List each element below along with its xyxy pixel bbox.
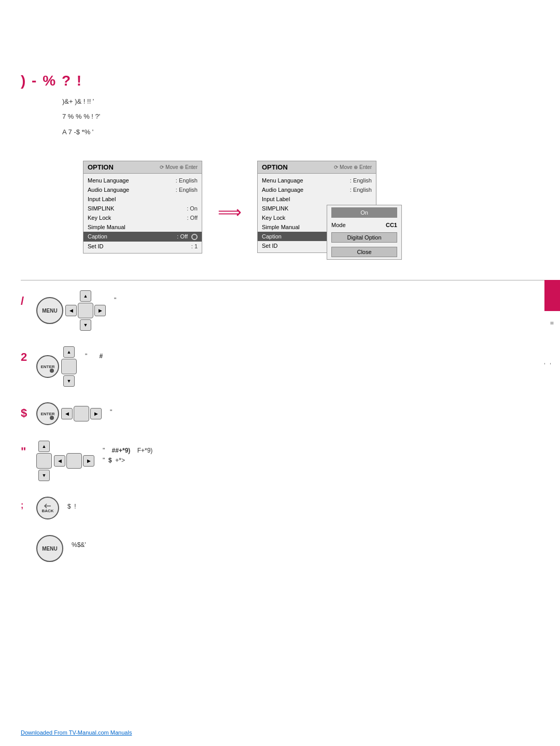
desc-line-3: A 7 -$ *% ' <box>62 126 529 138</box>
sub-popup-menu: On Mode CC1 Digital Option Close <box>327 205 402 260</box>
step-6-desc: %$&' <box>72 540 519 550</box>
step-3: $ ENTER ◀ ▶ " <box>21 402 519 425</box>
nav-cluster-4b: ◀ ▶ <box>54 453 94 469</box>
step-6-number <box>21 539 36 553</box>
back-button[interactable]: BACK <box>36 497 59 519</box>
right-sidebar-symbol: ≡ <box>549 321 555 325</box>
menu-row-caption-left: Caption : Off <box>83 232 202 242</box>
menu-row: Audio Language : English <box>258 185 376 194</box>
mode-label: Mode <box>331 222 346 228</box>
sub-popup-mode-row: Mode CC1 <box>327 220 401 230</box>
menu-button-6[interactable]: MENU <box>36 535 63 562</box>
nav-down-2[interactable]: ▼ <box>63 375 75 387</box>
steps-section: / MENU ▲ ◀ ▶ ▼ " <box>21 290 519 578</box>
sub-popup-on-row: On <box>327 205 401 220</box>
section-divider <box>21 280 560 280</box>
nav-center-4a <box>36 453 52 469</box>
step-2-desc: " # <box>85 351 519 361</box>
step-6-button-area: MENU <box>36 535 63 562</box>
nav-up-2[interactable]: ▲ <box>63 346 75 358</box>
digital-option-button[interactable]: Digital Option <box>331 232 397 243</box>
step-1-button-area: MENU ▲ ◀ ▶ ▼ <box>36 290 106 331</box>
right-sidebar-text: -- <box>541 363 553 364</box>
step-5-number: ; <box>21 501 36 510</box>
step-4-desc: " ##+*9) F+*9) " $ +*> <box>103 446 519 466</box>
menu-right-title: OPTION <box>262 163 288 171</box>
menu-left-title: OPTION <box>88 163 114 171</box>
nav-cluster-2: ▲ ▼ <box>61 346 77 387</box>
step-4: " ▲ ▼ ◀ ▶ <box>21 441 519 481</box>
arrow-indicator: ⟹ <box>218 161 242 222</box>
nav-left-3[interactable]: ◀ <box>61 408 73 419</box>
nav-right-3[interactable]: ▶ <box>90 408 102 419</box>
desc-line-1: )&+ )& ! !! ' <box>62 95 529 107</box>
menu-row: Menu Language : English <box>258 176 376 185</box>
step-5: ; BACK $ ! <box>21 497 519 519</box>
bottom-link[interactable]: Downloaded From TV-Manual.com Manuals <box>21 729 132 736</box>
menus-section: OPTION ⟳ Move ⊕ Enter Menu Language : En… <box>83 161 539 254</box>
menu-left-header: OPTION ⟳ Move ⊕ Enter <box>83 161 202 174</box>
step-4-controls: ▲ ▼ ◀ ▶ <box>36 441 94 481</box>
step-3-number: $ <box>21 406 36 420</box>
step-3-controls: ENTER ◀ ▶ <box>36 402 102 425</box>
step-2-number: 2 <box>21 350 36 364</box>
page-heading: ) - % ? ! <box>21 73 529 89</box>
nav-down-4[interactable]: ▼ <box>38 470 50 481</box>
step-2: 2 ENTER ▲ ▼ <box>21 346 519 387</box>
menu-left-controls: ⟳ Move ⊕ Enter <box>160 164 198 170</box>
nav-down-1[interactable]: ▼ <box>80 319 91 331</box>
nav-left-1[interactable]: ◀ <box>65 305 77 316</box>
step-5-desc: $ ! <box>67 502 519 512</box>
step-1: / MENU ▲ ◀ ▶ ▼ " <box>21 290 519 331</box>
menu-button-1[interactable]: MENU <box>36 297 63 324</box>
menu-row: Set ID : 1 <box>83 242 202 251</box>
menu-row: Simple Manual <box>83 222 202 232</box>
enter-button-2[interactable]: ENTER <box>36 355 59 378</box>
nav-cluster-4a: ▲ ▼ <box>36 441 52 481</box>
menu-row: Input Label <box>83 194 202 204</box>
nav-left-4b[interactable]: ◀ <box>54 455 65 467</box>
menu-left-body: Menu Language : English Audio Language :… <box>83 174 202 253</box>
nav-up-4[interactable]: ▲ <box>38 441 50 452</box>
menu-row: Menu Language : English <box>83 176 202 185</box>
option-menu-left: OPTION ⟳ Move ⊕ Enter Menu Language : En… <box>83 161 202 254</box>
step-1-number: / <box>21 294 36 308</box>
nav-up-1[interactable]: ▲ <box>80 290 91 302</box>
right-bar-accent <box>544 280 560 311</box>
step-2-button-area: ENTER ▲ ▼ <box>36 346 77 387</box>
menu-right-controls: ⟳ Move ⊕ Enter <box>334 164 372 170</box>
enter-dot <box>50 369 54 373</box>
nav-right-1[interactable]: ▶ <box>94 305 106 316</box>
desc-line-2: 7 % % % ! ?' <box>62 110 529 122</box>
step-2-controls: ENTER ▲ ▼ <box>36 346 77 387</box>
step-4-number: " <box>21 445 36 458</box>
step-3-button-area: ENTER ◀ ▶ <box>36 402 102 425</box>
menu-row: Input Label <box>258 194 376 204</box>
menu-row: SIMPLINK : On <box>83 204 202 213</box>
nav-right-4b[interactable]: ▶ <box>83 455 94 467</box>
on-button[interactable]: On <box>331 207 397 218</box>
menu-right-header: OPTION ⟳ Move ⊕ Enter <box>258 161 376 174</box>
menu-row: Audio Language : English <box>83 185 202 194</box>
nav-center-1 <box>78 303 93 318</box>
step-1-controls: MENU ▲ ◀ ▶ ▼ <box>36 290 106 331</box>
nav-cluster-3: ◀ ▶ <box>61 406 102 421</box>
enter-button-3[interactable]: ENTER <box>36 402 59 425</box>
close-button[interactable]: Close <box>331 247 397 257</box>
sub-popup-digital-row: Digital Option <box>327 230 401 245</box>
sub-popup-close-row: Close <box>327 245 401 259</box>
nav-center-3 <box>74 406 89 421</box>
nav-center-2 <box>61 359 77 374</box>
step-1-desc: " <box>114 295 519 305</box>
menu-row: Key Lock : Off <box>83 213 202 222</box>
step-3-desc: " <box>110 407 519 417</box>
enter-dot-3 <box>50 416 54 420</box>
step-5-button-area: BACK <box>36 497 59 519</box>
step-6: MENU %$&' <box>21 535 519 562</box>
top-section: ) - % ? ! )&+ )& ! !! ' 7 % % % ! ?' A 7… <box>21 73 529 141</box>
step-4-button-area: ▲ ▼ ◀ ▶ <box>36 441 94 481</box>
nav-center-4b <box>66 453 82 469</box>
mode-value: CC1 <box>386 222 397 228</box>
nav-cluster-1: ▲ ◀ ▶ ▼ <box>65 290 106 331</box>
back-arrow-icon <box>44 503 51 509</box>
